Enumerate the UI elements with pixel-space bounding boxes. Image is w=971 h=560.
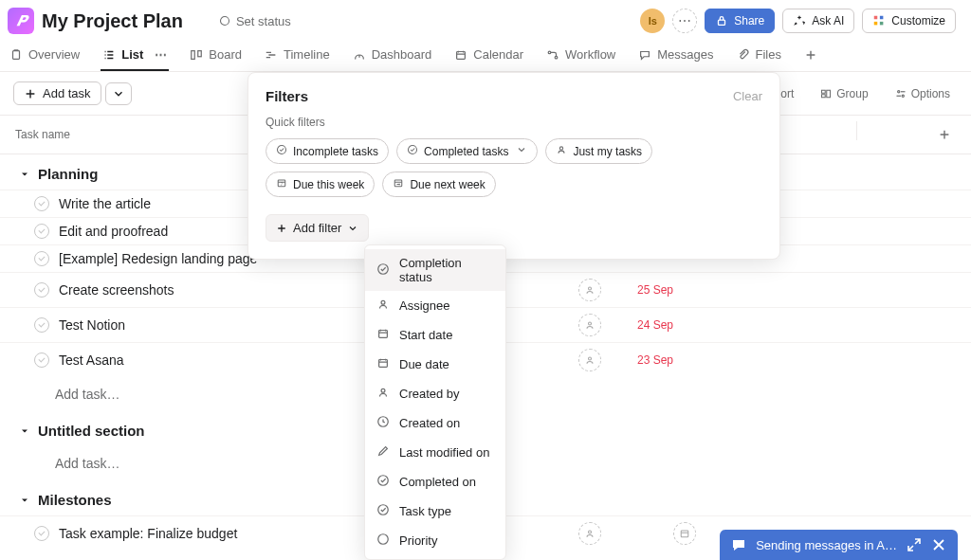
svg-rect-4	[874, 22, 878, 26]
group-label: Group	[836, 87, 868, 100]
svg-point-22	[278, 146, 286, 154]
assignee-cell[interactable]	[542, 349, 637, 371]
plus-icon	[276, 223, 287, 234]
plus-icon	[938, 128, 951, 141]
view-tabs: Overview List⋯ Board Timeline Dashboard …	[0, 38, 971, 72]
chip-label: Incomplete tasks	[293, 145, 378, 158]
complete-checkbox[interactable]	[34, 317, 49, 333]
filter-option-label: Completion status	[399, 256, 494, 284]
svg-rect-14	[827, 90, 831, 98]
filter-option[interactable]: Due date	[365, 350, 505, 379]
filters-clear-button[interactable]: Clear	[733, 89, 762, 103]
add-column-button[interactable]	[933, 123, 956, 146]
tab-calendar[interactable]: Calendar	[452, 42, 525, 71]
complete-checkbox[interactable]	[34, 251, 49, 266]
chevron-down-icon	[19, 425, 30, 437]
tab-files[interactable]: Files	[735, 42, 783, 71]
filter-option-label: Task type	[399, 504, 451, 518]
calendar-icon	[673, 522, 696, 545]
options-icon	[895, 88, 907, 99]
due-date-cell[interactable]: 23 Sep	[637, 353, 732, 367]
chevron-down-icon[interactable]	[516, 144, 527, 158]
assignee-cell[interactable]	[542, 279, 637, 301]
complete-checkbox[interactable]	[34, 352, 49, 368]
assign-icon	[578, 314, 601, 336]
tab-list[interactable]: List⋯	[101, 42, 169, 71]
complete-checkbox[interactable]	[34, 526, 49, 541]
person-icon	[376, 386, 390, 402]
workflow-icon	[546, 48, 559, 62]
tab-board-label: Board	[209, 47, 242, 62]
filter-option[interactable]: Completion status	[365, 249, 505, 291]
due-date-cell[interactable]: 25 Sep	[637, 283, 732, 297]
complete-checkbox[interactable]	[34, 196, 49, 211]
tab-files-label: Files	[756, 47, 781, 62]
group-button[interactable]: Group	[815, 83, 873, 104]
chevron-down-icon	[19, 495, 30, 506]
filter-option[interactable]: Completed on	[365, 467, 505, 497]
add-tab-button[interactable]	[802, 43, 819, 71]
filter-option[interactable]: Last modified on	[365, 438, 505, 467]
quick-filter-chip[interactable]: Incomplete tasks	[266, 138, 389, 164]
add-task-button[interactable]: Add task	[13, 81, 101, 105]
complete-checkbox[interactable]	[34, 282, 49, 298]
date-cell[interactable]	[637, 522, 732, 545]
close-icon[interactable]	[931, 537, 946, 552]
pencil-icon	[376, 444, 390, 461]
svg-point-34	[378, 476, 389, 486]
add-filter-label: Add filter	[293, 221, 341, 235]
expand-icon[interactable]	[907, 537, 922, 552]
section-name: Milestones	[38, 492, 112, 508]
filter-option[interactable]: Created by	[365, 379, 505, 408]
customize-button[interactable]: Customize	[862, 9, 956, 33]
user-avatar[interactable]: Is	[640, 9, 665, 33]
list-icon	[102, 48, 116, 62]
ask-ai-button[interactable]: Ask AI	[782, 9, 854, 33]
due-date-cell[interactable]: 24 Sep	[637, 318, 732, 332]
tab-dashboard[interactable]: Dashboard	[351, 42, 434, 71]
complete-checkbox[interactable]	[34, 224, 49, 239]
more-icon[interactable]: ⋯	[155, 47, 167, 62]
svg-point-23	[409, 146, 417, 154]
chip-label: Just my tasks	[573, 145, 642, 158]
quick-filter-chip[interactable]: 7Due this week	[266, 172, 375, 197]
project-header: 𝙋 My Project Plan Set status Is ⋯ Share …	[0, 0, 971, 38]
chip-label: Due this week	[293, 178, 364, 191]
tab-board[interactable]: Board	[188, 42, 244, 71]
svg-rect-31	[379, 360, 388, 368]
chevron-down-icon	[19, 169, 30, 180]
notification-toast[interactable]: Sending messages in A…	[720, 530, 958, 560]
filter-option[interactable]: Priority	[365, 526, 505, 555]
quick-filter-chips: Incomplete tasksCompleted tasksJust my t…	[266, 138, 762, 197]
set-status-button[interactable]: Set status	[213, 12, 297, 30]
tab-messages[interactable]: Messages	[636, 42, 715, 71]
filter-option-label: Start date	[399, 328, 452, 342]
svg-point-20	[589, 531, 592, 533]
plus-icon	[24, 87, 37, 100]
quick-filter-chip[interactable]: Just my tasks	[545, 138, 652, 164]
add-filter-button[interactable]: Add filter	[266, 214, 369, 242]
assignee-cell[interactable]	[542, 522, 637, 545]
assignee-cell[interactable]	[542, 314, 637, 336]
options-button[interactable]: Options	[889, 83, 956, 104]
cal-icon	[376, 356, 390, 372]
chevron-down-icon[interactable]	[191, 19, 194, 23]
filter-option[interactable]: Start date	[365, 320, 505, 350]
quick-filter-chip[interactable]: Due next week	[382, 172, 495, 197]
filter-option[interactable]: Task type	[365, 497, 505, 526]
tab-overview[interactable]: Overview	[8, 42, 82, 71]
quick-filter-chip[interactable]: Completed tasks	[396, 138, 538, 164]
add-member-button[interactable]: ⋯	[672, 9, 697, 33]
filter-option[interactable]: Created on	[365, 408, 505, 438]
circle-check-icon	[376, 474, 390, 490]
tab-timeline[interactable]: Timeline	[263, 42, 332, 71]
clipboard-icon	[9, 48, 23, 62]
share-button[interactable]: Share	[705, 9, 775, 33]
chip-label: Completed tasks	[424, 145, 508, 158]
svg-point-0	[220, 17, 229, 26]
star-icon[interactable]	[202, 19, 206, 23]
tab-workflow[interactable]: Workflow	[544, 42, 617, 71]
add-task-dropdown-button[interactable]	[105, 82, 132, 105]
svg-point-29	[381, 300, 385, 304]
filter-option[interactable]: Assignee	[365, 291, 505, 320]
